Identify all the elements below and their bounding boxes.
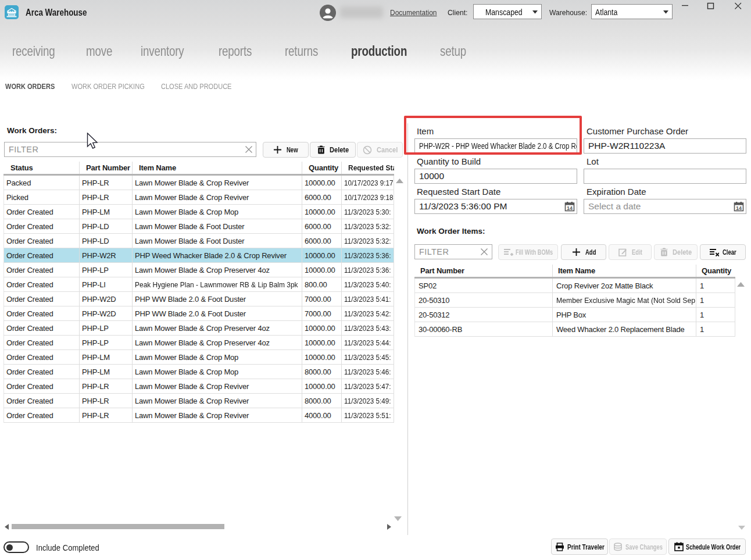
svg-text:14: 14 bbox=[567, 205, 573, 211]
svg-text:14: 14 bbox=[736, 205, 742, 211]
